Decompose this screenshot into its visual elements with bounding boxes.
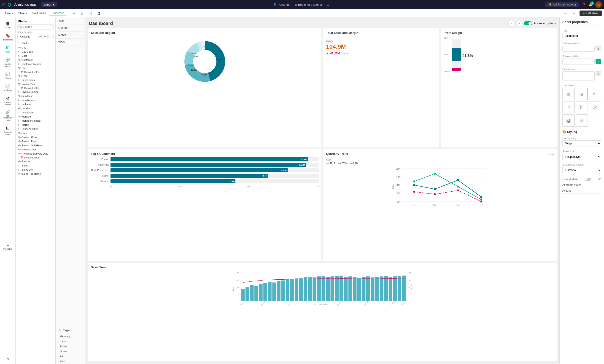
title-expression-fx-btn[interactable]: fx bbox=[595, 46, 601, 51]
table-select[interactable]: All tables bbox=[17, 34, 42, 39]
field-sales-rep-name[interactable]: AbcSales Rep Name bbox=[15, 172, 55, 176]
grid-spacing-select[interactable]: Wide bbox=[562, 140, 601, 147]
sidebar-item-sheets[interactable]: ▦ Sheets bbox=[1, 19, 14, 31]
filter-region-japan[interactable]: Japan bbox=[56, 339, 85, 344]
search-input[interactable] bbox=[23, 25, 52, 29]
copy-btn[interactable]: ⎘ bbox=[78, 11, 85, 16]
edit-sheet-btn[interactable]: ✏ Edit sheet bbox=[579, 11, 602, 16]
field-item-desc[interactable]: AbcItem Desc bbox=[15, 94, 55, 98]
expand-icon[interactable]: ⤢ bbox=[547, 153, 550, 156]
field-date-derived[interactable]: 📅Derived fields bbox=[15, 70, 55, 74]
sheet-size-select[interactable]: Responsive bbox=[562, 154, 601, 160]
field-product-line[interactable]: AbcProduct Line bbox=[15, 139, 55, 143]
field-promised-delivery-derived[interactable]: 📅Derived fields bbox=[15, 156, 55, 159]
field-manager-number[interactable]: #Manager Number bbox=[15, 119, 55, 123]
field-order-number[interactable]: #Order Number bbox=[15, 127, 55, 131]
filter-region-uk[interactable]: UK bbox=[56, 354, 85, 359]
field-longitude[interactable]: #Longitude bbox=[15, 110, 55, 115]
field-path[interactable]: AbcPath bbox=[15, 131, 55, 135]
properties-btn[interactable]: Properties bbox=[49, 11, 66, 16]
paste-btn[interactable]: 📋 bbox=[86, 11, 94, 16]
notifications-icon[interactable]: 🔔 3 bbox=[589, 3, 592, 6]
field-latitude[interactable]: #Latitude bbox=[15, 102, 55, 106]
sidebar-item-variables[interactable]: ≡ Variables bbox=[1, 241, 14, 252]
filter-region-usa[interactable]: USA bbox=[56, 359, 85, 364]
description-fx-btn[interactable]: fx bbox=[595, 71, 601, 76]
field-customer-number[interactable]: #Customer Number bbox=[15, 62, 55, 66]
filter-region-germany[interactable]: Germany bbox=[56, 334, 85, 339]
thumb-sheet[interactable]: ▦ bbox=[562, 88, 575, 100]
thumb-grid-chart[interactable]: ▦ bbox=[576, 114, 588, 127]
filter-month[interactable]: Month bbox=[56, 32, 85, 39]
field-city-code[interactable]: #City Code bbox=[15, 50, 55, 54]
field-product-sub-group[interactable]: AbcProduct Sub Group bbox=[15, 143, 55, 147]
more-icon[interactable]: ⋯ bbox=[551, 153, 554, 156]
filter-quarter[interactable]: Quarter bbox=[56, 24, 85, 32]
cut-btn[interactable]: ✂ bbox=[70, 11, 77, 16]
field-key[interactable]: #%KEY bbox=[15, 41, 55, 46]
sheets-btn[interactable]: Sheets bbox=[16, 11, 29, 16]
help-icon[interactable]: ❓ bbox=[582, 3, 586, 6]
field-location[interactable]: AbcLocation bbox=[15, 106, 55, 110]
extend-sheet-toggle[interactable] bbox=[585, 178, 591, 181]
filter-region-nordic[interactable]: Nordic bbox=[56, 344, 85, 349]
field-date[interactable]: 📅Date bbox=[15, 66, 55, 70]
field-item-number[interactable]: #Item Number bbox=[15, 98, 55, 102]
sheet-selector[interactable]: Sheet ▾ bbox=[41, 2, 57, 7]
field-gross-sales[interactable]: #GrossSales bbox=[15, 78, 55, 82]
field-manager[interactable]: AbcManager bbox=[15, 115, 55, 119]
filter-year[interactable]: Year bbox=[56, 17, 85, 24]
show-condition-fx-btn[interactable]: fx bbox=[595, 59, 601, 64]
add-field-btn[interactable]: + bbox=[49, 34, 53, 39]
sidebar-item-master-items[interactable]: 🔗 Master Items bbox=[1, 56, 14, 70]
field-product-group[interactable]: AbcProduct Group bbox=[15, 135, 55, 139]
show-condition-input[interactable] bbox=[562, 59, 595, 64]
sidebar-item-bookmarks[interactable]: 🔖 Bookmarks bbox=[1, 31, 14, 43]
thumb-line-chart[interactable]: 📈 bbox=[589, 101, 601, 113]
title-input[interactable] bbox=[562, 33, 601, 39]
field-invoice-date[interactable]: 📅Invoice Date bbox=[15, 82, 55, 86]
filter-week[interactable]: Week bbox=[56, 39, 85, 46]
sidebar-item-fields[interactable]: ⊞ Fields bbox=[1, 43, 14, 55]
field-cost[interactable]: #Cost bbox=[15, 54, 55, 58]
bookmarks-btn[interactable]: Bookmarks bbox=[30, 11, 48, 16]
field-sales-qty[interactable]: #Sales Qty bbox=[15, 168, 55, 172]
grid-menu-icon[interactable]: ⊞ bbox=[2, 2, 5, 7]
sidebar-item-analyses[interactable]: 📈 Analyses bbox=[1, 82, 14, 94]
sidebar-item-collapse[interactable]: ◄ bbox=[1, 355, 14, 362]
thumb-refresh[interactable]: ↻ bbox=[562, 101, 575, 113]
sidebar-item-custom-objects[interactable]: ⚙ Custom objects bbox=[1, 94, 14, 108]
redo-btn[interactable]: ↪ bbox=[571, 11, 578, 16]
more-nav[interactable]: ... bbox=[327, 3, 329, 6]
title-expression-input[interactable] bbox=[562, 46, 595, 52]
field-product-type[interactable]: AbcProduct Type bbox=[15, 147, 55, 152]
field-margin[interactable]: #Margin bbox=[15, 123, 55, 127]
tutorial-nav[interactable]: 🖥 Beginner's tutorial bbox=[294, 3, 322, 6]
field-promised-delivery-date[interactable]: AbcPromised Delivery Date bbox=[15, 152, 55, 156]
field-sales[interactable]: #Sales bbox=[15, 163, 55, 168]
insight-advisor-btn[interactable]: ✨ Ask Insight Advisor bbox=[545, 2, 579, 7]
undo-btn[interactable]: ↩ bbox=[562, 11, 569, 16]
field-invoice-date-derived[interactable]: 📅Derived fields bbox=[15, 86, 55, 90]
field-city[interactable]: AbcCity bbox=[15, 46, 55, 50]
delete-btn[interactable]: 🗑 bbox=[95, 11, 103, 16]
refresh-btn[interactable]: ↻ bbox=[43, 34, 48, 39]
thumb-number[interactable]: #1 bbox=[589, 88, 601, 100]
sidebar-item-app-navigation[interactable]: 🔗 App navigation links bbox=[1, 108, 14, 123]
filter-region-spain[interactable]: Spain bbox=[56, 349, 85, 354]
field-desc[interactable]: AbcDesc bbox=[15, 74, 55, 78]
small-screen-select[interactable]: List view bbox=[562, 167, 601, 173]
next-sheet-btn[interactable]: › bbox=[516, 20, 523, 26]
description-textarea[interactable] bbox=[562, 71, 595, 81]
styling-expand-icon[interactable]: › bbox=[600, 130, 601, 133]
thumb-pie[interactable]: ◕ bbox=[576, 88, 588, 100]
prev-sheet-btn[interactable]: ‹ bbox=[508, 20, 515, 26]
thumb-image[interactable]: 🖼 bbox=[576, 101, 588, 113]
field-customer[interactable]: AbcCustomer bbox=[15, 58, 55, 62]
thumb-bar-chart[interactable]: 📊 bbox=[562, 114, 575, 127]
field-region[interactable]: AbcRegion bbox=[15, 159, 55, 163]
user-avatar[interactable]: TL bbox=[595, 1, 602, 8]
sidebar-item-dynamic-views[interactable]: ⊡ Dynamic views bbox=[1, 124, 14, 138]
field-invoice-number[interactable]: #Invoice Number bbox=[15, 90, 55, 94]
sidebar-item-charts[interactable]: 📊 Charts bbox=[1, 70, 14, 81]
